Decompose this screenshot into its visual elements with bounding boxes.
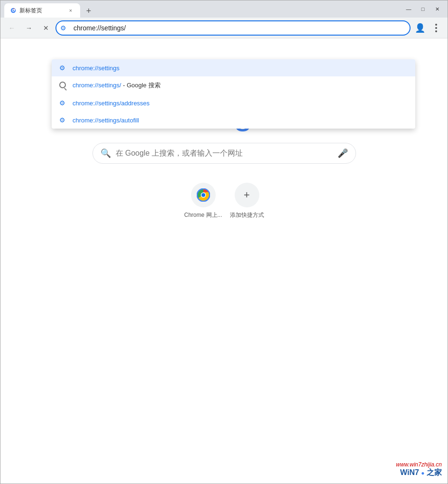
- forward-button[interactable]: →: [21, 20, 37, 36]
- window-controls: — □ ✕: [402, 2, 444, 16]
- reload-icon: ✕: [43, 24, 49, 32]
- active-tab[interactable]: 新标签页 ×: [4, 3, 80, 18]
- shortcuts-container: Chrome 网上... + 添加快捷方式: [184, 183, 264, 219]
- minimize-button[interactable]: —: [402, 2, 415, 16]
- dropdown-item-autofill-text: chrome://settings/autofill: [73, 117, 139, 124]
- tab-strip: 新标签页 × +: [4, 0, 402, 18]
- dropdown-item-addresses-text: chrome://settings/addresses: [73, 100, 150, 107]
- toolbar: ← → ✕ ⚙ 👤: [0, 18, 448, 38]
- search-icon: 🔍: [101, 148, 111, 158]
- dropdown-item-search-text: chrome://settings/ - Google 搜索: [73, 81, 161, 90]
- dropdown-item-addresses[interactable]: ⚙ chrome://settings/addresses: [52, 94, 415, 112]
- toolbar-right: 👤: [412, 20, 444, 36]
- chrome-logo-icon: [197, 188, 210, 202]
- settings-text-label: chrome://settings: [73, 65, 119, 72]
- back-icon: ←: [9, 24, 15, 32]
- more-menu-button[interactable]: [429, 20, 444, 36]
- profile-icon: 👤: [415, 23, 425, 33]
- tab-title: 新标签页: [19, 7, 64, 15]
- address-bar-container: ⚙: [55, 20, 411, 36]
- addresses-prefix: chrome://settings/: [73, 100, 121, 107]
- settings-icon-3: ⚙: [59, 116, 67, 124]
- watermark-dot: ●: [421, 470, 424, 476]
- settings-icon-2: ⚙: [59, 99, 67, 107]
- shortcut-add[interactable]: + 添加快捷方式: [230, 183, 264, 219]
- dropdown-item-autofill[interactable]: ⚙ chrome://settings/autofill: [52, 112, 415, 129]
- autocomplete-dropdown: ⚙ chrome://settings chrome://settings/ -…: [52, 59, 415, 129]
- dropdown-item-settings-text: chrome://settings: [73, 65, 119, 72]
- svg-point-8: [201, 193, 205, 197]
- search-icon-dropdown: [59, 82, 67, 90]
- add-shortcut-label: 添加快捷方式: [230, 211, 264, 219]
- svg-point-3: [13, 10, 14, 11]
- plus-icon: +: [244, 189, 250, 201]
- tab-favicon-icon: [10, 7, 17, 14]
- dropdown-item-settings[interactable]: ⚙ chrome://settings: [52, 59, 415, 76]
- addresses-suffix: addresses: [121, 100, 150, 107]
- back-button[interactable]: ←: [4, 20, 19, 36]
- settings-icon-1: ⚙: [59, 64, 67, 72]
- autofill-suffix: autofill: [121, 117, 139, 124]
- close-button[interactable]: ✕: [430, 2, 444, 16]
- watermark-url: www.win7zhijia.cn: [396, 461, 442, 468]
- watermark-brand: WiN7 ● 之家: [396, 468, 442, 478]
- title-bar: 新标签页 × + — □ ✕: [0, 0, 448, 18]
- search-blue-part: chrome://settings/: [73, 82, 121, 89]
- address-bar-settings-icon: ⚙: [60, 24, 66, 32]
- more-icon: [435, 24, 437, 32]
- chrome-shortcut-label: Chrome 网上...: [184, 211, 222, 219]
- search-box[interactable]: 🔍 🎤: [92, 143, 356, 164]
- browser-window: 新标签页 × + — □ ✕ ← → ✕ ⚙ 👤: [0, 0, 448, 484]
- new-tab-button[interactable]: +: [82, 4, 95, 18]
- watermark: www.win7zhijia.cn WiN7 ● 之家: [396, 461, 442, 478]
- search-input[interactable]: [116, 149, 333, 158]
- watermark-win7: WiN7: [400, 468, 419, 476]
- forward-icon: →: [26, 24, 32, 32]
- chrome-shortcut-icon: [191, 183, 216, 207]
- watermark-suffix: 之家: [427, 468, 442, 476]
- autofill-prefix: chrome://settings/: [73, 117, 121, 124]
- address-bar-input[interactable]: [55, 20, 411, 36]
- maximize-button[interactable]: □: [416, 2, 430, 16]
- add-shortcut-icon: +: [235, 183, 259, 207]
- dropdown-item-google-search[interactable]: chrome://settings/ - Google 搜索: [52, 76, 415, 94]
- mic-icon[interactable]: 🎤: [338, 148, 348, 158]
- reload-button[interactable]: ✕: [38, 20, 54, 36]
- tab-close-button[interactable]: ×: [67, 7, 74, 14]
- profile-button[interactable]: 👤: [412, 20, 428, 36]
- shortcut-chrome[interactable]: Chrome 网上...: [184, 183, 222, 219]
